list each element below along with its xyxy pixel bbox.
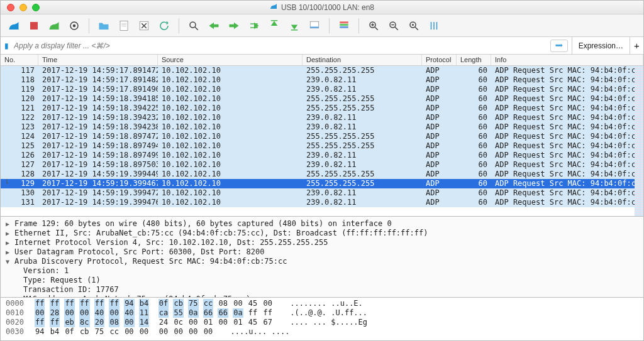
detail-type[interactable]: Type: Request (1) [6,276,638,285]
col-time[interactable]: Time [38,55,158,65]
svg-line-20 [375,27,378,30]
col-info[interactable]: Info [491,55,643,65]
col-source[interactable]: Source [158,55,303,65]
close-file-button[interactable] [136,18,152,34]
auto-scroll-button[interactable] [306,18,323,34]
go-last-packet-button[interactable] [286,18,303,34]
zoom-out-button[interactable] [386,18,402,34]
bytes-row[interactable]: 0000ff ff ff ff ff ff 94 b4 0f cb 75 cc … [6,299,638,308]
restart-capture-button[interactable] [46,18,62,34]
svg-rect-17 [340,24,348,26]
detail-aruba[interactable]: ▼Aruba Discovery Protocol, Request Src M… [6,257,638,266]
capture-options-button[interactable] [66,18,82,34]
detail-ip[interactable]: ▶Internet Protocol Version 4, Src: 10.10… [6,238,638,247]
svg-line-11 [195,27,198,30]
svg-rect-13 [291,30,298,31]
packet-list[interactable]: 1172017-12-19 14:59:17.89147210.102.102.… [1,66,643,216]
expression-button[interactable]: Expression… [572,37,630,54]
go-first-packet-button[interactable] [266,18,282,34]
packet-row[interactable]: 1252017-12-19 14:59:18.89749410.102.102.… [1,141,643,151]
titlebar: USB 10/100/1000 LAN: en8 [1,1,643,14]
packet-list-header[interactable]: No. Time Source Destination Protocol Len… [1,55,643,66]
col-length[interactable]: Length [457,55,491,65]
zoom-reset-button[interactable] [406,18,422,34]
packet-row[interactable]: 1202017-12-19 14:59:18.39418510.102.102.… [1,94,643,104]
packet-row[interactable]: └1292017-12-19 14:59:19.39946710.102.102… [1,179,643,188]
start-capture-button[interactable] [6,18,22,34]
svg-rect-0 [30,22,38,30]
detail-version[interactable]: Version: 1 [6,266,638,276]
packet-row[interactable]: 1282017-12-19 14:59:19.39944910.102.102.… [1,170,643,179]
save-file-button[interactable] [116,18,132,34]
go-back-button[interactable] [206,18,222,34]
display-filter-bar: ▮ Expression… + [1,37,643,55]
detail-udp[interactable]: ▶User Datagram Protocol, Src Port: 60300… [6,247,638,257]
svg-rect-15 [310,26,319,28]
col-protocol[interactable]: Protocol [422,55,457,65]
colorize-button[interactable] [336,18,352,34]
svg-line-24 [395,27,398,30]
bookmark-filter-icon[interactable]: ▮ [4,41,9,50]
svg-point-2 [73,24,76,27]
packet-row[interactable]: 1192017-12-19 14:59:17.89149010.102.102.… [1,85,643,94]
window-title: USB 10/100/1000 LAN: en8 [281,3,374,12]
main-toolbar [1,14,643,37]
col-no[interactable]: No. [1,55,38,65]
packet-bytes-pane[interactable]: 0000ff ff ff ff ff ff 94 b4 0f cb 75 cc … [1,298,643,340]
reload-button[interactable] [156,18,172,34]
bytes-row[interactable]: 003094 b4 0f cb 75 cc 00 00 00 00 00 00 … [6,327,638,337]
app-window: USB 10/100/1000 LAN: en8 ▮ [0,0,644,341]
packet-row[interactable]: 1262017-12-19 14:59:18.89749910.102.102.… [1,151,643,160]
bytes-row[interactable]: 001000 28 00 00 40 00 40 11 ca 55 0a 66 … [6,308,638,318]
svg-rect-16 [340,21,348,23]
svg-rect-3 [120,21,128,30]
svg-point-28 [412,24,414,26]
packet-row[interactable]: 1182017-12-19 14:59:17.89148210.102.102.… [1,75,643,85]
filter-history-dropdown[interactable] [550,40,568,52]
display-filter-input[interactable] [13,41,547,51]
svg-rect-18 [340,26,348,28]
go-to-packet-button[interactable] [246,18,262,34]
stop-capture-button[interactable] [26,18,42,34]
zoom-in-button[interactable] [365,18,382,34]
packet-row[interactable]: 1172017-12-19 14:59:17.89147210.102.102.… [1,66,643,75]
svg-point-10 [190,22,196,28]
packet-row[interactable]: 1212017-12-19 14:59:18.39422510.102.102.… [1,104,643,113]
go-forward-button[interactable] [226,18,242,34]
packet-row[interactable]: 1232017-12-19 14:59:18.39423810.102.102.… [1,122,643,132]
add-filter-button[interactable]: + [630,37,643,54]
detail-transaction-id[interactable]: Transaction ID: 17767 [6,285,638,295]
resize-columns-button[interactable] [426,18,442,34]
detail-eth[interactable]: ▶Ethernet II, Src: ArubaNet_cb:75:cc (94… [6,229,638,238]
col-destination[interactable]: Destination [303,55,422,65]
open-file-button[interactable] [96,18,112,34]
packet-row[interactable]: 1312017-12-19 14:59:19.39947610.102.102.… [1,198,643,207]
packet-row[interactable]: 1222017-12-19 14:59:18.39423210.102.102.… [1,113,643,122]
detail-frame[interactable]: ▶Frame 129: 60 bytes on wire (480 bits),… [6,219,638,229]
packet-row[interactable]: 1302017-12-19 14:59:19.39947210.102.102.… [1,188,643,198]
packet-minimap-scrollbar[interactable] [635,66,643,216]
packet-details-pane[interactable]: ▶Frame 129: 60 bytes on wire (480 bits),… [1,216,643,298]
packet-row[interactable]: 1272017-12-19 14:59:18.89750310.102.102.… [1,160,643,170]
bytes-row[interactable]: 0020ff ff eb 8c 20 08 00 14 24 0c 00 01 … [6,318,638,327]
app-fin-icon [270,3,277,12]
find-packet-button[interactable] [186,18,202,34]
packet-row[interactable]: 1242017-12-19 14:59:18.89747210.102.102.… [1,132,643,141]
svg-rect-12 [271,20,278,21]
svg-line-27 [415,27,418,30]
